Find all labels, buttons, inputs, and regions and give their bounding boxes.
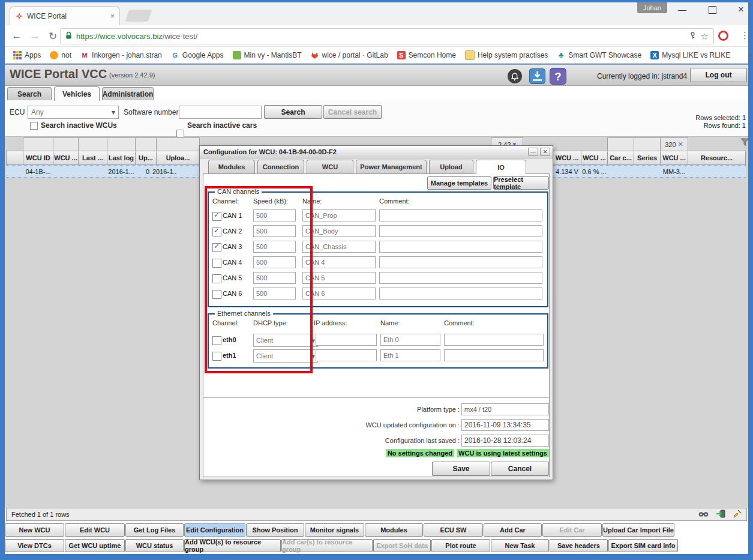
bookmark-item[interactable]: Min vy - MantisBT: [233, 51, 302, 59]
filter-cell[interactable]: [78, 137, 107, 151]
eth1-ip-input[interactable]: [316, 349, 377, 361]
dialog-minimize-icon[interactable]: —: [528, 148, 538, 156]
filter-cell[interactable]: [107, 137, 136, 151]
chrome-menu-icon[interactable]: ⋮: [740, 30, 749, 41]
column-header[interactable]: WCU ...: [553, 151, 581, 165]
column-header[interactable]: WCU ...: [53, 151, 79, 165]
can5-name-input[interactable]: [302, 272, 376, 284]
can2-name-input[interactable]: [302, 225, 376, 237]
column-header[interactable]: Up...: [135, 151, 157, 165]
dialog-tab-modules[interactable]: Modules: [208, 160, 255, 173]
browser-tab[interactable]: WICE Portal ×: [10, 6, 120, 25]
can2-comment-input[interactable]: [379, 225, 542, 237]
can3-name-input[interactable]: [302, 241, 376, 253]
filter-wcu-cell[interactable]: 320✕: [660, 137, 688, 151]
can5-comment-input[interactable]: [379, 272, 542, 284]
manage-templates-button[interactable]: Manage templates: [427, 176, 491, 190]
back-icon[interactable]: ←: [10, 29, 24, 43]
window-maximize-button[interactable]: [703, 4, 721, 16]
bookmark-item[interactable]: wice / portal · GitLab: [311, 51, 388, 59]
column-header[interactable]: Last log: [107, 151, 136, 165]
dialog-tab-power-management[interactable]: Power Management: [356, 160, 427, 173]
bookmark-item[interactable]: ♣Smart GWT Showcase: [557, 51, 641, 59]
can4-name-input[interactable]: [302, 256, 376, 268]
cancel-button[interactable]: Cancel: [491, 462, 549, 476]
bookmark-item[interactable]: GGoogle Apps: [171, 51, 224, 59]
bookmark-item[interactable]: XMysql LIKE vs RLIKE: [650, 51, 730, 59]
export-icon[interactable]: [716, 510, 725, 519]
get-log-files-button[interactable]: Get Log Files: [125, 523, 184, 537]
column-header[interactable]: Series: [634, 151, 661, 165]
bookmark-apps[interactable]: Apps: [13, 51, 41, 59]
notifications-icon[interactable]: [507, 68, 523, 86]
view-dtcs-button[interactable]: View DTCs: [5, 539, 64, 552]
wcu-status-button[interactable]: WCU status: [125, 539, 184, 552]
bookmark-item[interactable]: not: [50, 51, 71, 59]
preselect-template-button[interactable]: Preselect template: [493, 176, 549, 190]
upload-car-import-button[interactable]: Upload Car Import File: [602, 523, 674, 537]
show-position-button[interactable]: Show Position: [246, 523, 304, 537]
column-header[interactable]: WCU ID: [23, 151, 53, 165]
profile-badge[interactable]: Johan: [637, 2, 667, 13]
logout-button[interactable]: Log out: [690, 68, 747, 82]
add-wcus-resource-group-button[interactable]: Add WCU(s) to resource group: [184, 539, 281, 552]
eth1-comment-input[interactable]: [444, 349, 544, 361]
extension-icon[interactable]: [718, 31, 728, 41]
save-button[interactable]: Save: [432, 462, 490, 476]
edit-wcu-button[interactable]: Edit WCU: [65, 523, 125, 537]
window-minimize-button[interactable]: —: [673, 4, 691, 16]
new-task-button[interactable]: New Task: [491, 539, 549, 552]
modules-button[interactable]: Modules: [365, 523, 423, 537]
can1-name-input[interactable]: [302, 209, 376, 221]
new-tab-button[interactable]: [125, 10, 152, 22]
dialog-tab-upload[interactable]: Upload: [429, 160, 473, 173]
search-button[interactable]: Search: [264, 105, 322, 119]
dialog-tab-io[interactable]: IO: [476, 160, 526, 174]
filter-cell[interactable]: [634, 137, 661, 151]
can6-name-input[interactable]: [302, 288, 376, 300]
dialog-title-bar[interactable]: Configuration for WCU: 04-1B-94-00-0D-F2: [200, 146, 553, 158]
clear-filter-icon[interactable]: ✕: [678, 140, 683, 148]
can6-comment-input[interactable]: [379, 288, 542, 300]
add-car-button[interactable]: Add Car: [484, 523, 542, 537]
column-header[interactable]: Last ...: [78, 151, 107, 165]
can1-comment-input[interactable]: [379, 209, 542, 221]
filter-cell[interactable]: [156, 137, 200, 151]
filter-cell[interactable]: [23, 137, 53, 151]
bookmark-star-icon[interactable]: ☆: [701, 31, 709, 42]
bookmarks-overflow-icon[interactable]: »: [748, 51, 752, 59]
save-headers-button[interactable]: Save headers: [550, 539, 608, 552]
new-wcu-button[interactable]: New WCU: [5, 523, 64, 537]
column-header[interactable]: Car c...: [607, 151, 634, 165]
help-icon[interactable]: ?: [550, 68, 566, 87]
key-icon[interactable]: [689, 31, 697, 42]
url-bar[interactable]: https://wice.volvocars.biz/wice-test/ ☆: [60, 28, 714, 44]
filter-cell[interactable]: [53, 137, 79, 151]
search-inactive-wcus-checkbox[interactable]: [30, 122, 38, 130]
column-header[interactable]: [6, 151, 23, 165]
eth0-ip-input[interactable]: [316, 334, 377, 346]
bookmark-item[interactable]: Help system practises: [465, 50, 548, 60]
column-header[interactable]: Uploa...: [156, 151, 200, 165]
ecu-sw-button[interactable]: ECU SW: [424, 523, 483, 537]
window-close-button[interactable]: ×: [732, 4, 750, 16]
dialog-tab-connection[interactable]: Connection: [257, 160, 304, 173]
bookmark-item[interactable]: MInkorgen - johan.stran: [80, 51, 162, 59]
tab-vehicles[interactable]: Vehicles: [54, 86, 100, 101]
can3-comment-input[interactable]: [379, 241, 542, 253]
edit-configuration-button[interactable]: Edit Configuration: [184, 523, 245, 537]
dialog-close-icon[interactable]: ✕: [540, 148, 550, 156]
column-header[interactable]: WCU ...: [660, 151, 688, 165]
download-icon[interactable]: [529, 68, 545, 86]
binoculars-icon[interactable]: [698, 510, 709, 519]
plot-route-button[interactable]: Plot route: [431, 539, 490, 552]
eth0-name-input[interactable]: [380, 334, 440, 346]
filter-funnel-icon[interactable]: [740, 138, 749, 149]
refresh-icon[interactable]: ↻: [46, 29, 60, 43]
broom-icon[interactable]: [733, 510, 742, 520]
get-wcu-uptime-button[interactable]: Get WCU uptime: [65, 539, 125, 552]
tab-search[interactable]: Search: [7, 87, 52, 100]
can4-comment-input[interactable]: [379, 256, 542, 268]
filter-cell[interactable]: [135, 137, 157, 151]
column-header[interactable]: WCU ...: [581, 151, 608, 165]
